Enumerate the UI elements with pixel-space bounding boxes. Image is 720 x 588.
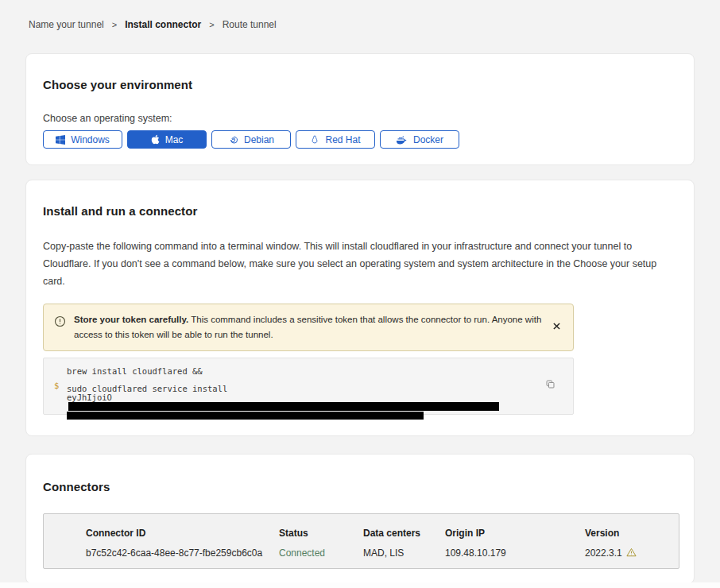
docker-icon: [396, 135, 408, 145]
os-button-group: Windows Mac Debian Red Hat Docker: [43, 130, 677, 149]
warning-triangle-icon: [626, 547, 637, 559]
origin-ip-value: 109.48.10.179: [445, 547, 585, 559]
column-header-data-centers: Data centers: [363, 528, 445, 539]
os-select-label: Choose an operating system:: [43, 113, 677, 124]
token-warning-title: Store your token carefully.: [74, 315, 188, 324]
shell-prompt: $: [54, 381, 59, 390]
os-button-debian[interactable]: Debian: [211, 130, 291, 149]
apple-icon: [151, 134, 160, 145]
connectors-table-header: Connector ID Status Data centers Origin …: [86, 528, 671, 539]
breadcrumb-step-name-your-tunnel[interactable]: Name your tunnel: [29, 19, 104, 30]
install-card: Install and run a connector Copy-paste t…: [25, 180, 695, 436]
install-card-title: Install and run a connector: [43, 204, 677, 218]
copy-command-button[interactable]: [544, 377, 557, 393]
windows-icon: [56, 135, 65, 145]
os-button-label: Debian: [244, 134, 274, 145]
connectors-card: Connectors Connector ID Status Data cent…: [25, 454, 695, 584]
column-header-connector-id: Connector ID: [86, 528, 279, 539]
token-warning-banner: Store your token carefully.This command …: [43, 304, 574, 351]
close-icon: [553, 320, 560, 332]
token-redaction-bar: [67, 412, 424, 420]
install-description: Copy-paste the following command into a …: [43, 238, 677, 291]
breadcrumb-separator: >: [209, 20, 214, 29]
install-command-codeblock: brew install cloudflared && $ sudo cloud…: [43, 358, 574, 415]
code-line-token: eyJhIjoiO: [67, 393, 541, 420]
os-button-label: Red Hat: [325, 134, 360, 145]
version-value: 2022.3.1: [585, 547, 671, 559]
os-button-label: Mac: [165, 134, 184, 145]
os-button-label: Docker: [413, 134, 443, 145]
column-header-origin-ip: Origin IP: [445, 528, 585, 539]
breadcrumb: Name your tunnel > Install connector > R…: [0, 0, 720, 30]
table-row: b7c52c42-6caa-48ee-8c77-fbe259cb6c0a Con…: [86, 547, 671, 559]
environment-card: Choose your environment Choose an operat…: [25, 53, 695, 165]
footer-strip: [0, 582, 720, 588]
column-header-status: Status: [279, 528, 363, 539]
environment-card-title: Choose your environment: [43, 78, 677, 91]
version-number: 2022.3.1: [585, 547, 622, 559]
copy-icon: [545, 380, 555, 392]
os-button-docker[interactable]: Docker: [380, 130, 459, 149]
status-badge: Connected: [279, 547, 363, 559]
debian-icon: [228, 134, 238, 145]
token-redaction-bar: [68, 402, 499, 411]
os-button-label: Windows: [71, 134, 110, 145]
connector-id-value: b7c52c42-6caa-48ee-8c77-fbe259cb6c0a: [86, 547, 279, 559]
token-prefix: eyJhIjoiO: [67, 393, 112, 402]
redhat-icon: [310, 134, 319, 145]
code-line-service-install: sudo cloudflared service install: [67, 384, 541, 393]
token-warning-text: Store your token carefully.This command …: [74, 312, 542, 342]
os-button-redhat[interactable]: Red Hat: [296, 130, 375, 149]
os-button-mac[interactable]: Mac: [127, 130, 207, 149]
breadcrumb-step-install-connector[interactable]: Install connector: [125, 19, 201, 30]
banner-close-button[interactable]: [550, 317, 563, 335]
column-header-version: Version: [585, 528, 671, 539]
os-button-windows[interactable]: Windows: [43, 130, 122, 149]
info-icon: [54, 315, 66, 331]
data-centers-value: MAD, LIS: [363, 547, 445, 559]
breadcrumb-step-route-tunnel[interactable]: Route tunnel: [223, 19, 277, 30]
breadcrumb-separator: >: [112, 20, 117, 29]
code-line-brew: brew install cloudflared &&: [67, 366, 541, 376]
connectors-table: Connector ID Status Data centers Origin …: [43, 513, 679, 569]
connectors-card-title: Connectors: [43, 480, 677, 493]
